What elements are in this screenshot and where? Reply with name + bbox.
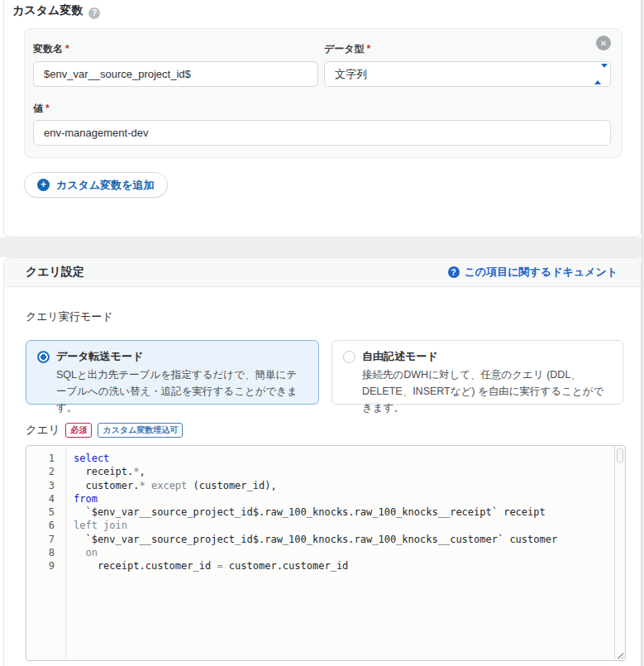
- radio-selected-icon[interactable]: [37, 351, 50, 363]
- code-line: customer.* except (customer_id),: [74, 479, 614, 492]
- help-icon[interactable]: ?: [88, 7, 100, 19]
- variable-name-label: 変数名*: [33, 42, 69, 56]
- query-exec-mode-label: クエリ実行モード: [26, 309, 113, 324]
- line-number: 3: [26, 479, 65, 492]
- query-label: クエリ: [26, 423, 60, 438]
- value-label: 値*: [33, 102, 50, 116]
- line-number: 9: [26, 559, 65, 573]
- documentation-link-label: この項目に関するドキュメント: [465, 265, 618, 280]
- mode-option-free-form[interactable]: 自由記述モード 接続先のDWHに対して、任意のクエリ (DDL、DELETE、I…: [332, 340, 623, 405]
- code-gutter: 123456789: [26, 446, 66, 660]
- editor-scrollbar-thumb[interactable]: [617, 448, 623, 463]
- required-asterisk: *: [45, 103, 50, 114]
- add-custom-variable-button[interactable]: + カスタム変数を追加: [24, 172, 168, 198]
- editor-scrollbar[interactable]: [614, 446, 625, 660]
- data-type-label: データ型*: [324, 42, 370, 56]
- line-number: 4: [26, 492, 65, 505]
- custom-variables-title: カスタム変数: [12, 3, 83, 17]
- line-number: 1: [26, 452, 65, 465]
- question-circle-icon: ?: [448, 266, 460, 278]
- mode-option-data-transfer[interactable]: データ転送モード SQLと出力先テーブルを指定するだけで、簡単にテーブルへの洗い…: [26, 340, 319, 405]
- code-lines[interactable]: select receipt.*, customer.* except (cus…: [67, 446, 614, 660]
- sql-query-editor[interactable]: 123456789 select receipt.*, customer.* e…: [26, 445, 626, 661]
- mode-description: SQLと出力先テーブルを指定するだけで、簡単にテーブルへの洗い替え・追記を実行す…: [56, 367, 307, 416]
- plus-icon: +: [37, 179, 50, 191]
- custom-variables-panel: カスタム変数? ✕ 変数名* データ型* 文字列 値* + カスタム変数を追加: [3, 0, 642, 237]
- required-asterisk: *: [65, 43, 69, 55]
- line-number: 7: [26, 533, 65, 546]
- select-arrows-icon: [594, 68, 601, 80]
- documentation-link[interactable]: ? この項目に関するドキュメント: [448, 265, 618, 280]
- data-type-selected-value: 文字列: [335, 67, 367, 82]
- mode-description: 接続先のDWHに対して、任意のクエリ (DDL、DELETE、INSERTなど)…: [362, 367, 611, 416]
- page-background-gap: [0, 237, 644, 257]
- line-number: 8: [26, 546, 65, 559]
- mode-title: データ転送モード: [56, 349, 307, 364]
- line-number: 5: [26, 505, 65, 519]
- line-number: 2: [26, 465, 65, 478]
- add-custom-variable-label: カスタム変数を追加: [56, 178, 155, 193]
- line-number: 6: [26, 519, 65, 532]
- code-line: left join: [74, 519, 614, 532]
- close-icon[interactable]: ✕: [596, 36, 611, 50]
- custom-variable-card: ✕ 変数名* データ型* 文字列 値*: [24, 28, 623, 158]
- code-line: select: [74, 452, 614, 465]
- query-settings-panel: クエリ設定 ? この項目に関するドキュメント クエリ実行モード データ転送モード…: [3, 257, 642, 666]
- radio-unselected-icon[interactable]: [343, 351, 355, 363]
- code-line: `$env_var__source_project_id$.raw_100_kn…: [74, 533, 614, 546]
- code-line: receipt.*,: [74, 465, 614, 478]
- resize-grip-icon[interactable]: [615, 650, 623, 659]
- required-badge: 必須: [65, 423, 92, 438]
- custom-variable-allowed-badge: カスタム変数埋込可: [98, 423, 183, 438]
- required-asterisk: *: [367, 43, 371, 55]
- code-line: receipt.customer_id = customer.customer_…: [74, 559, 614, 573]
- code-line: on: [74, 546, 614, 559]
- value-input[interactable]: [33, 120, 611, 146]
- data-type-select[interactable]: 文字列: [324, 61, 611, 87]
- code-line: from: [74, 492, 614, 505]
- query-settings-header: クエリ設定 ? この項目に関するドキュメント: [4, 258, 641, 287]
- variable-name-input[interactable]: [33, 61, 318, 87]
- code-line: `$env_var__source_project_id$.raw_100_kn…: [74, 505, 614, 519]
- query-settings-title: クエリ設定: [26, 265, 84, 280]
- mode-title: 自由記述モード: [362, 349, 611, 364]
